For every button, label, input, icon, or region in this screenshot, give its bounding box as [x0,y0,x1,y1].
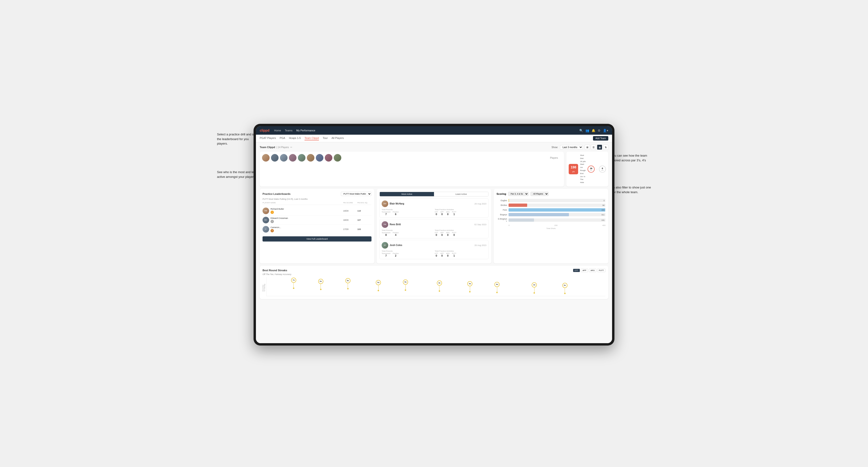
streak-pin-10: 3x [562,283,567,294]
scoring-header: Scoring Par 3, 4 & 5s Par 3s Par 4s Par … [497,192,606,196]
arrow-icon: → [596,168,598,170]
view-list-icon[interactable]: ☰ [591,145,596,150]
shot-dist-label: Shot Dist: 16 yds [580,154,586,163]
streaks-filter-app[interactable]: APP [581,269,588,272]
tab-all-players[interactable]: All Players [332,136,344,140]
show-label: Show: [552,146,558,149]
leaderboard-row-3: C Cameron... 3 17/20 103 [262,225,371,234]
annotation-2: See who is the most and least active amo… [217,170,259,179]
settings-icon[interactable]: ⚙ [598,129,600,132]
players-section: Players 198 yds Shot Dist: 16 yds Start … [260,152,608,187]
player-avatar-3[interactable] [280,154,287,161]
bar-eagles: Eagles 3 [497,199,606,202]
player-avatar-6[interactable] [307,154,314,161]
player-avatar-2[interactable] [271,154,279,161]
practice-activities-group-1: Total Practice Activities OTT 0 APP [435,209,486,216]
show-control: Show: Last 3 months Last 6 months This y… [552,145,608,150]
view-card-icon[interactable]: ▦ [597,145,602,150]
tab-team-clippd[interactable]: Team Clippd [305,136,319,140]
three-column-section: Practice Leaderboards PUTT Must Make Put… [260,189,608,263]
tab-pgat-players[interactable]: PGAT Players [260,136,276,140]
pac-player-info-1: BM Blair McHarg [382,200,404,207]
search-icon[interactable]: 🔍 [579,129,583,132]
bar-label-eagles: Eagles [497,199,507,201]
lb-score-1: 19/20 [343,210,357,212]
streak-pin-9: 3x [532,282,537,294]
bar-fill-pars [508,208,605,212]
player-avatar-8[interactable] [325,154,332,161]
add-team-button[interactable]: Add Team [593,136,608,141]
lb-avatar-3: C [262,226,269,232]
bar-track-bogeys: 311 [508,213,606,216]
pac-player-info-3: JC Josh Coles [382,242,402,249]
lb-badge-1: 1 [271,211,274,214]
profile-icon[interactable]: 👤▾ [603,129,608,132]
main-content: Team Clippd | 14 Players ✏ Show: Last 3 … [256,142,612,343]
bar-fill-dbogeys [508,218,534,222]
lb-avg-2: 107 [357,219,371,221]
streaks-filter-arg[interactable]: ARG [589,269,596,272]
pac-stats-1: Total Rounds Tournament 7 Practice [382,209,486,216]
player-avatar-1[interactable] [262,154,270,161]
view-grid-icon[interactable]: ⊞ [585,145,590,150]
activity-date-1: 26 Aug 2023 [474,203,486,205]
streak-pin-5: 5x [403,280,408,291]
sub-nav-items: PGAT Players PGA Hcaps 1-5 Team Clippd T… [260,136,593,140]
nav-teams[interactable]: Teams [285,129,292,132]
streak-bubble-2: 6x [318,279,323,284]
activity-name-1: Blair McHarg [390,203,404,205]
bell-icon[interactable]: 🔔 [592,129,595,132]
shot-circle-1: 16 yds [588,165,595,173]
activity-player-3: JC Josh Coles 26 Aug 2023 Total Rounds [379,240,489,259]
tab-pga[interactable]: PGA [280,136,285,140]
shot-circle-2: 0 yds [599,165,606,173]
show-dropdown[interactable]: Last 3 months Last 6 months This year [560,145,583,150]
streak-bubble-1: 7x [291,278,296,283]
bar-label-birdies: Birdies [497,204,507,206]
shot-start-lie: Start Lie: Rough [580,163,586,172]
streak-bubble-3: 6x [345,278,350,283]
bar-track-dbogeys: 131 [508,218,606,222]
lb-avatar-2: EC [262,217,269,223]
view-sort-icon[interactable]: ⇅ [603,145,608,150]
edit-icon[interactable]: ✏ [290,146,292,149]
lb-name-3: Cameron... [271,226,281,228]
activity-avatar-3: JC [382,242,388,249]
tab-hcaps[interactable]: Hcaps 1-5 [289,136,301,140]
player-avatar-5[interactable] [298,154,305,161]
tab-tour[interactable]: Tour [323,136,328,140]
view-full-leaderboard-button[interactable]: View Full Leaderboard [262,236,371,242]
streaks-filter-putt[interactable]: PUTT [597,269,606,272]
streak-pin-3: 6x [345,278,350,289]
bar-fill-bogeys [508,213,569,216]
streak-bubble-9: 3x [532,282,537,287]
leaderboard-dropdown[interactable]: PUTT Must Make Putting... [341,192,371,196]
least-active-button[interactable]: Least Active [434,192,488,196]
bar-value-eagles: 3 [603,199,604,201]
nav-my-performance[interactable]: My Performance [296,129,315,132]
lb-player-1: RB Richard Butler 1 [262,208,343,214]
streaks-filter-ott[interactable]: OTT [573,269,580,272]
streak-pin-2: 6x [318,279,323,290]
player-avatar-4[interactable] [289,154,297,161]
scoring-player-filter[interactable]: All Players [530,192,549,196]
players-avatars-card: Players [260,152,564,187]
team-count: | 14 Players [276,146,289,149]
users-icon[interactable]: 👥 [585,129,589,132]
player-avatar-7[interactable] [316,154,323,161]
activity-avatar-2: RB [382,221,388,228]
lb-player-3: C Cameron... 3 [262,226,343,232]
leaderboard-row-1: RB Richard Butler 1 19/20 110 [262,206,371,216]
most-active-button[interactable]: Most Active [380,192,434,196]
col-player-name: PLAYER NAME [262,201,343,204]
top-nav: clippd Home Teams My Performance 🔍 👥 🔔 ⚙… [256,126,612,135]
lb-name-2: Edward Crossman [271,217,288,219]
streaks-subtitle: Off The Tee, Fairway Accuracy [262,273,606,276]
scoring-bar-chart: Eagles 3 Birdies 96 [497,198,606,230]
shot-details: Shot Dist: 16 yds Start Lie: Rough End L… [580,154,586,184]
streak-pin-8: 4x [494,282,500,293]
nav-home[interactable]: Home [274,129,281,132]
scoring-par-filter[interactable]: Par 3, 4 & 5s Par 3s Par 4s Par 5s [508,192,529,196]
team-name: Team Clippd [260,146,275,149]
player-avatar-9[interactable] [334,154,341,161]
